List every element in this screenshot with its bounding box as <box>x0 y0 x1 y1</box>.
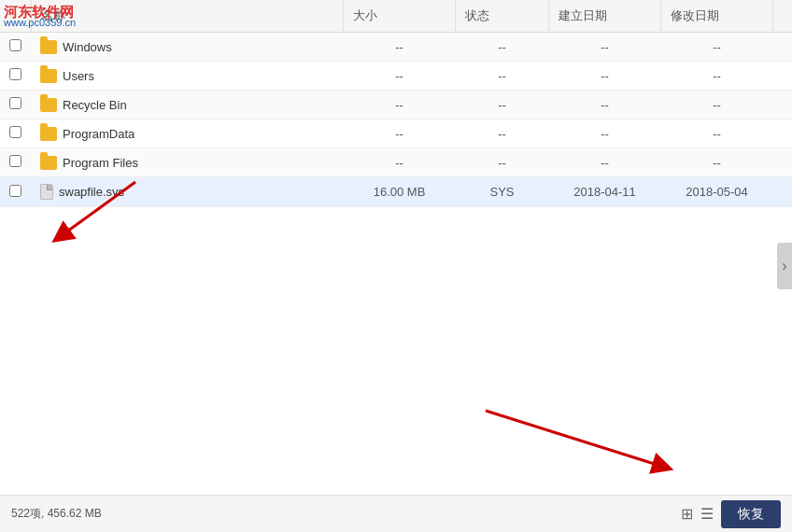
row-checkbox[interactable] <box>0 62 31 91</box>
file-table: 名称 大小 状态 建立日期 修改日期 Windows--------Users-… <box>0 0 792 207</box>
row-checkbox[interactable] <box>0 33 31 62</box>
row-created: 2018-04-11 <box>549 177 661 207</box>
row-created: -- <box>549 62 661 91</box>
row-name-text: Recycle Bin <box>63 98 127 112</box>
row-extra <box>773 33 793 62</box>
row-status: -- <box>456 148 549 177</box>
row-checkbox[interactable] <box>0 177 31 207</box>
grid-view-icon[interactable]: ⊞ <box>681 505 693 523</box>
folder-icon <box>40 156 57 170</box>
header-checkbox <box>0 0 31 33</box>
header-modified: 修改日期 <box>661 0 773 33</box>
row-name-text: swapfile.sys <box>59 185 124 199</box>
header-size: 大小 <box>344 0 456 33</box>
row-extra <box>773 177 793 207</box>
table-header-row: 名称 大小 状态 建立日期 修改日期 <box>0 0 792 33</box>
row-name[interactable]: Program Files <box>31 148 344 177</box>
folder-icon <box>40 127 57 141</box>
main-content: 名称 大小 状态 建立日期 修改日期 Windows--------Users-… <box>0 0 792 495</box>
row-size: -- <box>344 91 456 119</box>
row-extra <box>773 119 793 148</box>
status-bar: 522项, 456.62 MB ⊞ ☰ 恢复 <box>0 495 792 532</box>
row-name-text: ProgramData <box>63 127 134 141</box>
row-status: -- <box>456 62 549 91</box>
row-created: -- <box>549 119 661 148</box>
row-name[interactable]: swapfile.sys <box>31 177 344 207</box>
right-panel-toggle[interactable] <box>777 243 792 289</box>
row-extra <box>773 91 793 119</box>
row-extra <box>773 148 793 177</box>
row-created: -- <box>549 33 661 62</box>
row-extra <box>773 62 793 91</box>
list-view-icon[interactable]: ☰ <box>700 505 714 523</box>
row-size: -- <box>344 33 456 62</box>
row-size: -- <box>344 62 456 91</box>
row-checkbox[interactable] <box>0 119 31 148</box>
row-modified: -- <box>661 119 773 148</box>
row-name[interactable]: ProgramData <box>31 119 344 148</box>
table-row: Program Files-------- <box>0 148 792 177</box>
header-status: 状态 <box>456 0 549 33</box>
row-checkbox[interactable] <box>0 148 31 177</box>
status-info: 522项, 456.62 MB <box>11 506 102 522</box>
row-modified: -- <box>661 148 773 177</box>
row-status: -- <box>456 33 549 62</box>
row-modified: -- <box>661 91 773 119</box>
row-name[interactable]: Windows <box>31 33 344 62</box>
row-modified: 2018-05-04 <box>661 177 773 207</box>
row-name[interactable]: Recycle Bin <box>31 91 344 119</box>
row-name-text: Windows <box>63 40 112 54</box>
folder-icon <box>40 98 57 112</box>
row-name-text: Users <box>63 69 94 83</box>
row-created: -- <box>549 148 661 177</box>
row-size: -- <box>344 148 456 177</box>
folder-icon <box>40 69 57 83</box>
header-extra <box>773 0 793 33</box>
row-size: -- <box>344 119 456 148</box>
table-row: ProgramData-------- <box>0 119 792 148</box>
row-name-text: Program Files <box>63 156 138 170</box>
row-status: -- <box>456 119 549 148</box>
table-row: swapfile.sys16.00 MBSYS2018-04-112018-05… <box>0 177 792 207</box>
row-modified: -- <box>661 33 773 62</box>
row-checkbox[interactable] <box>0 91 31 119</box>
header-created: 建立日期 <box>549 0 661 33</box>
row-created: -- <box>549 91 661 119</box>
status-right: ⊞ ☰ 恢复 <box>681 500 781 528</box>
row-modified: -- <box>661 62 773 91</box>
row-status: SYS <box>456 177 549 207</box>
table-row: Recycle Bin-------- <box>0 91 792 119</box>
folder-icon <box>40 40 57 54</box>
file-icon <box>40 184 53 200</box>
row-status: -- <box>456 91 549 119</box>
table-row: Users-------- <box>0 62 792 91</box>
row-name[interactable]: Users <box>31 62 344 91</box>
row-size: 16.00 MB <box>344 177 456 207</box>
table-row: Windows-------- <box>0 33 792 62</box>
header-name: 名称 <box>31 0 344 33</box>
restore-button[interactable]: 恢复 <box>721 500 781 528</box>
